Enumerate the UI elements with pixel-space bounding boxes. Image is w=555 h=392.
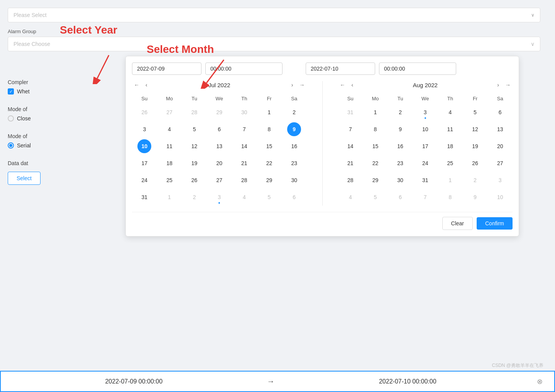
table-row[interactable]: 8 (257, 121, 282, 138)
table-row[interactable]: 16 (282, 138, 307, 155)
top-dropdown-chevron: ∨ (531, 12, 535, 18)
confirm-button[interactable]: Confirm (477, 217, 513, 230)
bottom-end-datetime: 2022-07-10 00:00:00 (286, 378, 530, 385)
table-row[interactable]: 8 (363, 121, 388, 138)
table-row: 2 (182, 189, 207, 206)
table-row[interactable]: 3 (413, 104, 438, 121)
table-row[interactable]: 26 (463, 155, 488, 172)
table-row[interactable]: 6 (207, 121, 232, 138)
table-row[interactable]: 2 (388, 104, 413, 121)
checkbox-icon[interactable]: ✓ (8, 88, 14, 95)
table-row[interactable]: 7 (232, 121, 257, 138)
table-row[interactable]: 21 (338, 155, 363, 172)
table-row[interactable]: 18 (438, 138, 463, 155)
table-row[interactable]: 11 (157, 138, 182, 155)
table-row[interactable]: 4 (438, 104, 463, 121)
table-row[interactable]: 16 (388, 138, 413, 155)
table-row[interactable]: 12 (463, 121, 488, 138)
table-row[interactable]: 1 (257, 104, 282, 121)
table-row[interactable]: 12 (182, 138, 207, 155)
table-row[interactable]: 19 (182, 155, 207, 172)
table-row[interactable]: 1 (363, 104, 388, 121)
table-row[interactable]: 15 (257, 138, 282, 155)
table-row[interactable]: 14 (338, 138, 363, 155)
table-row[interactable]: 24 (413, 155, 438, 172)
cal-next-month-aug[interactable]: › (495, 81, 501, 89)
cal-divider (322, 81, 323, 206)
cal-next-year-aug[interactable]: → (503, 81, 513, 89)
page-container: Please Select ∨ Alarm Group Please Choos… (0, 0, 555, 392)
alarm-group-dropdown[interactable]: Please Choose ∨ (8, 37, 540, 51)
table-row[interactable]: 25 (157, 172, 182, 189)
clear-button[interactable]: Clear (442, 217, 473, 230)
table-row[interactable]: 30 (388, 172, 413, 189)
table-row[interactable]: 27 (487, 155, 513, 172)
table-row[interactable]: 9 (282, 121, 307, 138)
table-row[interactable]: 14 (232, 138, 257, 155)
top-dropdown[interactable]: Please Select ∨ (8, 8, 540, 22)
cal-next-month-july[interactable]: › (289, 81, 295, 89)
table-row[interactable]: 18 (157, 155, 182, 172)
table-row[interactable]: 29 (363, 172, 388, 189)
date-input-row (132, 63, 513, 75)
table-row[interactable]: 3 (132, 121, 157, 138)
col-mo-aug: Mo (363, 93, 388, 104)
table-row[interactable]: 24 (132, 172, 157, 189)
table-row[interactable]: 20 (487, 138, 513, 155)
end-time-input[interactable] (379, 63, 456, 75)
table-row[interactable]: 20 (207, 155, 232, 172)
table-row[interactable]: 10 (132, 138, 157, 155)
table-row[interactable]: 5 (463, 104, 488, 121)
table-row[interactable]: 28 (232, 172, 257, 189)
col-sa-aug: Sa (487, 93, 513, 104)
table-row[interactable]: 2 (282, 104, 307, 121)
bottom-arrow-icon: → (267, 377, 275, 386)
top-dropdown-placeholder: Please Select (14, 12, 47, 18)
start-date-input[interactable] (132, 63, 201, 75)
col-su-aug: Su (338, 93, 363, 104)
cal-month-year-july: Jul 2022 (200, 82, 239, 88)
table-row: 3 (207, 189, 232, 206)
table-row[interactable]: 22 (257, 155, 282, 172)
table-row[interactable]: 4 (157, 121, 182, 138)
cal-prev-month-aug[interactable]: ‹ (350, 81, 355, 89)
table-row[interactable]: 31 (132, 189, 157, 206)
cal-prev-year-july[interactable]: ← (132, 81, 141, 89)
table-row[interactable]: 7 (338, 121, 363, 138)
table-row: 28 (182, 104, 207, 121)
table-row[interactable]: 30 (282, 172, 307, 189)
table-row[interactable]: 6 (487, 104, 513, 121)
table-row[interactable]: 13 (207, 138, 232, 155)
table-row[interactable]: 22 (363, 155, 388, 172)
table-row[interactable]: 27 (207, 172, 232, 189)
table-row[interactable]: 15 (363, 138, 388, 155)
table-row[interactable]: 31 (413, 172, 438, 189)
cal-table-aug: Su Mo Tu We Th Fr Sa 3112345678 (338, 93, 513, 206)
cal-prev-year-aug[interactable]: ← (338, 81, 347, 89)
table-row[interactable]: 28 (338, 172, 363, 189)
select-button[interactable]: Select (8, 172, 41, 185)
cal-next-year-july[interactable]: → (298, 81, 307, 89)
table-row[interactable]: 10 (413, 121, 438, 138)
table-row[interactable]: 9 (388, 121, 413, 138)
table-row[interactable]: 25 (438, 155, 463, 172)
bottom-close-icon[interactable]: ⊗ (537, 377, 543, 386)
table-row[interactable]: 29 (257, 172, 282, 189)
table-row[interactable]: 26 (182, 172, 207, 189)
table-row[interactable]: 19 (463, 138, 488, 155)
end-date-input[interactable] (306, 63, 375, 75)
start-time-input[interactable] (205, 63, 283, 75)
cal-prev-month-july[interactable]: ‹ (144, 81, 149, 89)
table-row: 4 (338, 189, 363, 206)
col-th-aug: Th (438, 93, 463, 104)
table-row[interactable]: 17 (132, 155, 157, 172)
table-row[interactable]: 17 (413, 138, 438, 155)
table-row[interactable]: 23 (282, 155, 307, 172)
table-row[interactable]: 5 (182, 121, 207, 138)
close-radio-btn[interactable] (8, 115, 14, 122)
table-row[interactable]: 21 (232, 155, 257, 172)
serial-radio-btn[interactable] (8, 142, 14, 149)
table-row[interactable]: 13 (487, 121, 513, 138)
table-row[interactable]: 11 (438, 121, 463, 138)
table-row[interactable]: 23 (388, 155, 413, 172)
